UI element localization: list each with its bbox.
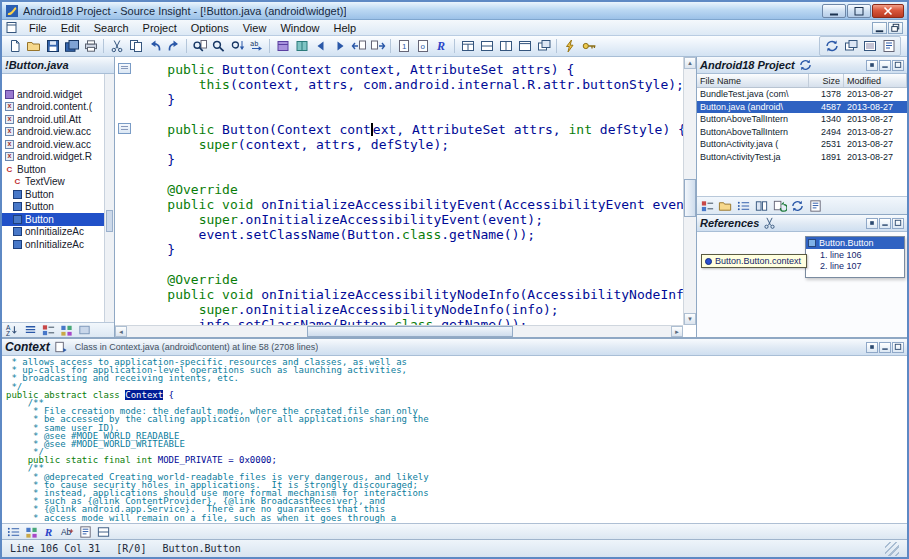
activate-window-icon[interactable]	[534, 37, 553, 55]
fold-marker[interactable]	[118, 63, 131, 74]
references-window-header[interactable]: References	[697, 215, 907, 232]
symbol-item[interactable]: Button	[2, 201, 104, 214]
symbol-item[interactable]: Button	[2, 188, 104, 201]
menu-view[interactable]: View	[236, 21, 274, 35]
context-line[interactable]: * be accessed by the calling application…	[6, 415, 907, 423]
symbol-window-header[interactable]: !Button.java	[2, 57, 114, 74]
save-all-icon[interactable]	[62, 37, 81, 55]
file-props-icon[interactable]	[879, 37, 898, 55]
undo-icon[interactable]	[145, 37, 164, 55]
view-list-icon[interactable]	[22, 323, 39, 337]
context-line[interactable]: public abstract class Context {	[6, 391, 907, 399]
nav-cycle-icon[interactable]	[822, 37, 841, 55]
code-line[interactable]	[136, 167, 683, 182]
symbol-scrollbar[interactable]	[104, 74, 114, 322]
search-prev-icon[interactable]	[228, 37, 247, 55]
symbol-item[interactable]: onInitializeAc	[2, 226, 104, 239]
menu-options[interactable]: Options	[184, 21, 236, 35]
reference-line[interactable]: 2. line 107	[806, 260, 904, 271]
view-symbols-icon[interactable]	[699, 199, 716, 213]
context-line[interactable]: public static final int MODE_PRIVATE = 0…	[6, 456, 907, 464]
menu-search[interactable]: Search	[87, 21, 136, 35]
context-doc-icon[interactable]	[53, 340, 68, 354]
window-list-icon[interactable]	[860, 37, 879, 55]
scrollbar-thumb[interactable]	[684, 179, 696, 217]
references-icon[interactable]: R	[432, 37, 451, 55]
search-icon[interactable]	[209, 37, 228, 55]
search-files-icon[interactable]	[190, 37, 209, 55]
doc-toggle-ic[interactable]: 1	[394, 37, 413, 55]
forward-icon[interactable]	[330, 37, 349, 55]
mdi-restore-button[interactable]	[888, 22, 903, 34]
scroll-right-arrow[interactable]: ►	[671, 326, 683, 337]
code-line[interactable]: }	[136, 242, 683, 257]
context-line[interactable]: * broadcasting and receiving intents, et…	[6, 374, 907, 382]
code-line[interactable]: super(context, attrs, defStyle);	[136, 137, 683, 152]
file-row[interactable]: Button.java (android\45872013-08-27	[697, 101, 907, 114]
symbol-item[interactable]: android.util.Att	[2, 113, 104, 126]
editor-code-area[interactable]: public Button(Context context, Attribute…	[115, 57, 683, 325]
maximize-button[interactable]	[847, 4, 871, 18]
case-icon[interactable]: Ab	[59, 525, 76, 539]
code-line[interactable]	[136, 107, 683, 122]
menu-file[interactable]: File	[22, 21, 54, 35]
redo-icon[interactable]	[164, 37, 183, 55]
scrollbar-thumb[interactable]	[307, 326, 514, 337]
code-line[interactable]: @Override	[136, 182, 683, 197]
column-header-mod[interactable]: Modified	[844, 74, 907, 87]
file-row[interactable]: ButtonAboveTallIntern13402013-08-27	[697, 113, 907, 126]
symbol-list-icon[interactable]	[5, 525, 22, 539]
symbol-item[interactable]: android.view.acc	[2, 126, 104, 139]
code-line[interactable]: public void onInitializeAccessibilityEve…	[136, 197, 683, 212]
code-line[interactable]: super.onInitializeAccessibilityEvent(eve…	[136, 212, 683, 227]
code-line[interactable]: }	[136, 92, 683, 107]
scrollbar-track[interactable]	[127, 326, 671, 337]
file-row[interactable]: BundleTest.java (com\13782013-08-27	[697, 88, 907, 101]
context-pin-button[interactable]	[866, 342, 878, 353]
references-pin-button[interactable]	[866, 218, 878, 229]
split-vert-icon[interactable]	[496, 37, 515, 55]
editor-vertical-scrollbar[interactable]: ▲ ▼	[683, 57, 696, 325]
fold-marker[interactable]	[118, 123, 131, 134]
view-files-icon[interactable]	[717, 199, 734, 213]
code-line[interactable]: public void onInitializeAccessibilityNod…	[136, 287, 683, 302]
symbol-item[interactable]: CButton	[2, 163, 104, 176]
keyboard-help-icon[interactable]	[579, 37, 598, 55]
column-header-name[interactable]: File Name	[697, 74, 809, 87]
sort-az-icon[interactable]: AZ	[4, 323, 21, 337]
view-options-icon[interactable]	[76, 323, 93, 337]
code-line[interactable]: event.setClassName(Button.class.getName(…	[136, 227, 683, 242]
scroll-up-arrow[interactable]: ▲	[684, 57, 696, 69]
scrollbar-track[interactable]	[684, 69, 696, 313]
scrollbar-thumb[interactable]	[106, 210, 113, 232]
full-window-icon[interactable]	[515, 37, 534, 55]
activate-window-icon[interactable]	[841, 37, 860, 55]
file-row[interactable]: ButtonActivityTest.ja18912013-08-27	[697, 151, 907, 164]
copy-icon[interactable]	[126, 37, 145, 55]
code-line[interactable]: super.onInitializeAccessibilityNodeInfo(…	[136, 302, 683, 317]
context-line[interactable]: * @see #MODE_WORLD_WRITEABLE	[6, 440, 907, 448]
title-bar[interactable]: Android18 Project - Source Insight - [!B…	[2, 2, 907, 20]
view-details-icon[interactable]	[735, 199, 752, 213]
file-props-icon[interactable]	[807, 199, 824, 213]
doc-list-icon[interactable]	[77, 525, 94, 539]
mdi-minimize-button[interactable]	[872, 22, 887, 34]
jump-def-icon[interactable]	[368, 37, 387, 55]
code-editor[interactable]: public Button(Context context, Attribute…	[115, 57, 696, 337]
menu-project[interactable]: Project	[136, 21, 184, 35]
project-minimize-button[interactable]	[879, 60, 891, 71]
symbol-item[interactable]: android.content.(	[2, 101, 104, 114]
symbol-item[interactable]: android.widget.R	[2, 151, 104, 164]
symbol-item[interactable]: android.view.acc	[2, 138, 104, 151]
class-browse-icon[interactable]	[292, 37, 311, 55]
document-window-icon[interactable]	[5, 21, 19, 34]
context-maximize-button[interactable]	[892, 342, 904, 353]
minimize-button[interactable]	[822, 4, 846, 18]
code-line[interactable]: info.setClassName(Button.class.getName()…	[136, 317, 683, 325]
references-icon[interactable]: R	[41, 525, 58, 539]
project-window-header[interactable]: Android18 Project	[697, 57, 907, 74]
references-maximize-button[interactable]	[892, 218, 904, 229]
doc-lock-icon[interactable]: o	[413, 37, 432, 55]
split-horiz-icon[interactable]	[477, 37, 496, 55]
menu-help[interactable]: Help	[327, 21, 364, 35]
